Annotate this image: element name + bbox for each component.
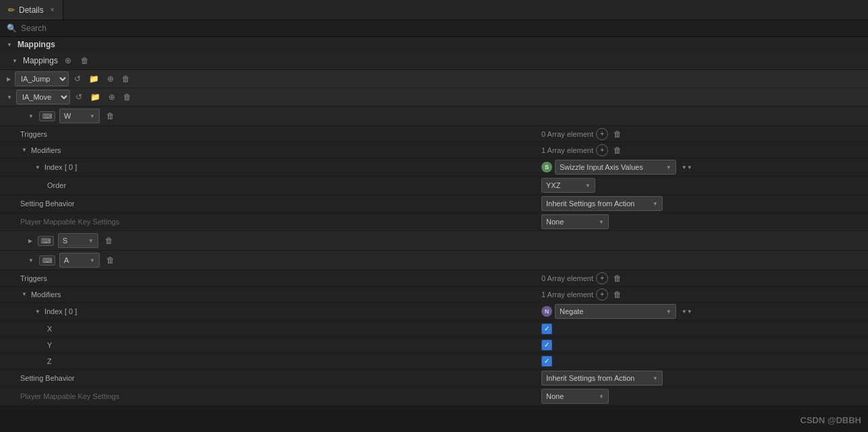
swizzle-expand-arrow[interactable]: ▼ [680, 164, 694, 171]
w-modifiers-value: 1 Array element + 🗑 [539, 143, 868, 158]
a-negate-x-label: X [0, 323, 539, 335]
order-dropdown[interactable]: YXZ ▼ [541, 178, 595, 193]
keybind-a-key-dropdown[interactable]: A ▼ [59, 253, 100, 268]
ia-jump-add-button[interactable]: ⊕ [104, 73, 116, 85]
swizzle-type-label: Swizzle Input Axis Values [560, 163, 643, 171]
w-modifiers-delete-button[interactable]: 🗑 [611, 144, 624, 156]
a-triggers-add-button[interactable]: + [596, 272, 608, 284]
watermark: CSDN @DBBH [800, 415, 861, 425]
mappings-add-button[interactable]: ⊕ [62, 55, 74, 67]
ia-jump-select[interactable]: IA_Jump [15, 71, 69, 86]
a-setting-behavior-row: Setting Behavior Inherit Settings from A… [0, 369, 868, 388]
swizzle-dropdown-arrow: ▼ [666, 164, 671, 171]
a-player-mappable-label: Player Mappable Key Settings [0, 390, 539, 402]
mappings-subsection-chevron [11, 58, 19, 64]
keybind-w-key-label: W [64, 112, 71, 120]
w-triggers-count: 0 Array element [541, 130, 593, 138]
a-player-mappable-text: None [546, 392, 564, 400]
w-triggers-delete-button[interactable]: 🗑 [611, 128, 624, 140]
details-tab[interactable]: ✏ Details × [0, 0, 63, 20]
w-index0-label: Index [ 0 ] [0, 161, 539, 173]
main-content: Mappings Mappings ⊕ 🗑 IA_Jump ↺ 📁 ⊕ 🗑 IA… [0, 37, 868, 427]
mappings-delete-button[interactable]: 🗑 [78, 55, 92, 67]
keybind-a-keyboard-icon: ⌨ [39, 255, 55, 266]
a-setting-behavior-dropdown[interactable]: Inherit Settings from Action ▼ [541, 371, 663, 385]
w-triggers-value: 0 Array element + 🗑 [539, 127, 868, 142]
negate-type-label: Negate [560, 307, 583, 315]
w-modifiers-expand[interactable] [20, 147, 28, 153]
ia-move-expand[interactable] [5, 94, 13, 100]
keybind-w-delete-button[interactable]: 🗑 [104, 110, 117, 122]
a-triggers-label: Triggers [0, 272, 539, 284]
a-triggers-delete-button[interactable]: 🗑 [611, 272, 624, 284]
a-index0-value: N Negate ▼ ▼ [539, 303, 868, 320]
mappings-section-header[interactable]: Mappings [0, 37, 868, 52]
keybind-s-key-dropdown[interactable]: S ▼ [58, 233, 98, 248]
action-row-ia-jump: IA_Jump ↺ 📁 ⊕ 🗑 [0, 70, 868, 88]
ia-move-select[interactable]: IA_Move [16, 90, 70, 104]
ia-move-delete-button[interactable]: 🗑 [121, 91, 134, 103]
ia-jump-reset-button[interactable]: ↺ [71, 73, 84, 85]
keybind-s-expand[interactable] [27, 238, 34, 244]
w-setting-behavior-text: Inherit Settings from Action [546, 199, 634, 208]
w-player-mappable-label: Player Mappable Key Settings [0, 216, 539, 228]
ia-jump-delete-button[interactable]: 🗑 [119, 73, 133, 85]
a-negate-z-checkbox[interactable]: ✓ [541, 356, 552, 367]
tab-label: Details [19, 5, 44, 15]
negate-modifier-icon: N [541, 306, 552, 317]
mappings-section-label: Mappings [18, 40, 55, 49]
mappings-section-chevron [5, 42, 13, 48]
action-row-ia-move: IA_Move ↺ 📁 ⊕ 🗑 [0, 88, 868, 106]
a-player-mappable-dropdown[interactable]: None ▼ [541, 389, 609, 404]
w-setting-behavior-value: Inherit Settings from Action ▼ [539, 195, 868, 212]
negate-dropdown-arrow: ▼ [666, 309, 671, 315]
ia-jump-folder-button[interactable]: 📁 [86, 73, 102, 85]
w-triggers-add-button[interactable]: + [596, 128, 608, 140]
ia-move-folder-button[interactable]: 📁 [88, 91, 103, 103]
keybind-a-expand[interactable] [27, 257, 35, 264]
keybind-s-delete-button[interactable]: 🗑 [102, 235, 116, 247]
keybind-a-delete-button[interactable]: 🗑 [104, 254, 117, 266]
a-negate-x-checkbox[interactable]: ✓ [541, 323, 552, 334]
w-order-value: YXZ ▼ [539, 177, 868, 194]
w-player-mappable-dropdown[interactable]: None ▼ [541, 214, 609, 229]
w-setting-behavior-dropdown[interactable]: Inherit Settings from Action ▼ [541, 196, 663, 211]
a-index0-row: Index [ 0 ] N Negate ▼ ▼ [0, 303, 868, 321]
search-bar: 🔍 [0, 20, 868, 37]
a-modifiers-add-button[interactable]: + [596, 288, 608, 301]
w-index0-row: Index [ 0 ] S Swizzle Input Axis Values … [0, 158, 868, 177]
a-negate-x-row: X ✓ [0, 321, 868, 337]
a-player-mappable-row: Player Mappable Key Settings None ▼ [0, 388, 868, 406]
negate-expand-arrow[interactable]: ▼ [680, 309, 694, 315]
a-modifiers-delete-button[interactable]: 🗑 [611, 288, 624, 301]
w-player-mappable-row: Player Mappable Key Settings None ▼ [0, 213, 868, 231]
swizzle-type-dropdown[interactable]: Swizzle Input Axis Values ▼ [555, 160, 676, 175]
w-setting-behavior-label: Setting Behavior [0, 197, 539, 210]
a-negate-y-label: Y [0, 339, 539, 351]
a-triggers-value: 0 Array element + 🗑 [539, 271, 868, 286]
w-index0-expand[interactable] [34, 164, 42, 171]
a-negate-y-checkbox[interactable]: ✓ [541, 340, 552, 350]
a-negate-z-row: Z ✓ [0, 353, 868, 369]
search-input[interactable] [21, 24, 861, 33]
tab-pencil-icon: ✏ [8, 5, 15, 15]
negate-type-dropdown[interactable]: Negate ▼ [555, 304, 676, 319]
ia-jump-expand[interactable] [5, 76, 12, 82]
a-negate-y-row: Y ✓ [0, 337, 868, 353]
w-modifiers-add-button[interactable]: + [596, 144, 608, 156]
ia-move-add-button[interactable]: ⊕ [106, 91, 118, 103]
order-dropdown-arrow: ▼ [585, 183, 591, 189]
a-modifiers-label: Modifiers [0, 288, 539, 301]
order-label: YXZ [546, 181, 560, 189]
a-modifiers-count: 1 Array element [541, 290, 593, 299]
ia-move-reset-button[interactable]: ↺ [73, 91, 85, 103]
a-index0-expand[interactable] [34, 309, 42, 315]
w-triggers-label: Triggers [0, 128, 539, 140]
a-negate-z-value: ✓ [539, 354, 868, 368]
a-modifiers-expand[interactable] [20, 291, 28, 297]
keybind-w-key-dropdown[interactable]: W ▼ [59, 109, 100, 123]
keybind-row-a: ⌨ A ▼ 🗑 [0, 251, 868, 270]
swizzle-modifier-icon: S [541, 162, 552, 173]
tab-close-button[interactable]: × [51, 6, 55, 13]
keybind-w-expand[interactable] [27, 113, 35, 119]
